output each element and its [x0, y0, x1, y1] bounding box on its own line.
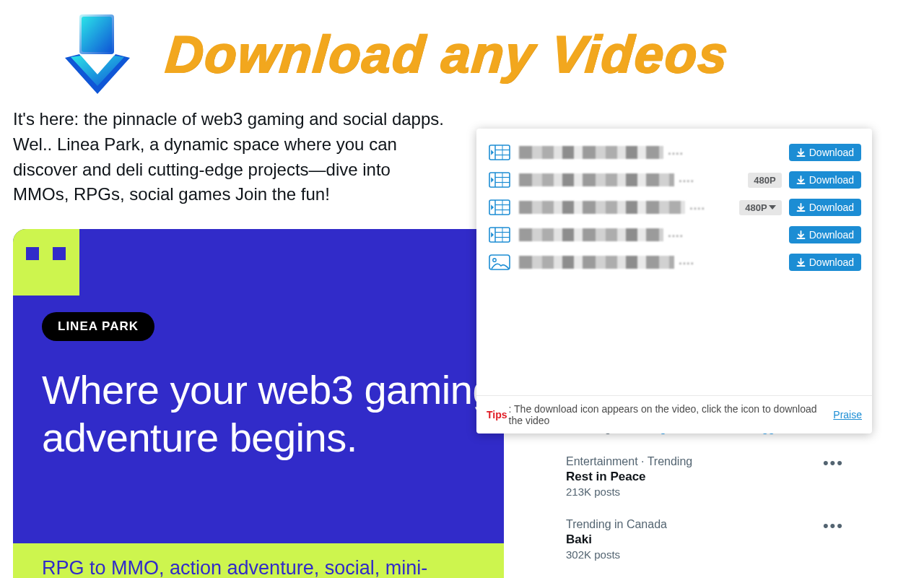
download-row: Download: [476, 139, 872, 166]
download-button[interactable]: Download: [789, 254, 861, 271]
trending-column: Trending with Dragon Ball, Chrono Trigge…: [554, 412, 854, 571]
video-icon: [487, 226, 512, 243]
svg-rect-1: [82, 17, 112, 52]
download-button-label: Download: [809, 174, 854, 186]
trend-item[interactable]: ••• Trending in Canada Baki 302K posts: [554, 508, 854, 571]
tips-label: Tips: [487, 409, 507, 420]
download-button[interactable]: Download: [789, 171, 861, 189]
trend-posts: 302K posts: [566, 548, 842, 561]
post-text: It's here: the pinnacle of web3 gaming a…: [13, 107, 446, 207]
tips-text: : The download icon appears on the video…: [509, 403, 834, 426]
download-row: Download: [476, 249, 872, 276]
app-header: Download any Videos: [0, 0, 924, 108]
more-icon[interactable]: •••: [820, 452, 847, 474]
trend-category: Entertainment · Trending: [566, 455, 842, 468]
download-icon: [796, 148, 806, 158]
download-button[interactable]: Download: [789, 226, 861, 243]
video-icon: [487, 144, 512, 161]
quality-badge: 480P: [748, 173, 781, 188]
download-button[interactable]: Download: [789, 199, 861, 216]
promo-sub-band: RPG to MMO, action adventure, social, mi…: [13, 543, 504, 578]
trend-category: Trending in Canada: [566, 518, 842, 531]
downloader-footer: Tips : The download icon appears on the …: [476, 395, 872, 434]
promo-badge: LINEA PARK: [42, 312, 154, 341]
image-icon: [487, 254, 512, 271]
trend-topic: Rest in Peace: [566, 470, 842, 484]
more-icon[interactable]: •••: [820, 515, 847, 537]
downloader-popup: Download480PDownload480PDownloadDownload…: [476, 129, 872, 434]
download-logo-icon: [58, 11, 137, 98]
download-icon: [796, 203, 806, 212]
download-item-title: [519, 199, 732, 215]
praise-link[interactable]: Praise: [833, 409, 862, 420]
download-item-title: [519, 254, 782, 270]
promo-card[interactable]: LINEA PARK Where your web3 gaming advent…: [13, 229, 504, 578]
download-item-title: [519, 144, 782, 160]
download-button-label: Download: [809, 229, 854, 241]
promo-headline: Where your web3 gaming adventure begins.: [42, 366, 504, 462]
trend-item[interactable]: ••• Entertainment · Trending Rest in Pea…: [554, 445, 854, 508]
download-button[interactable]: Download: [789, 144, 861, 161]
trend-posts: 213K posts: [566, 486, 842, 498]
download-item-title: [519, 227, 782, 243]
video-icon: [487, 199, 512, 216]
download-button-label: Download: [809, 147, 854, 158]
quality-dropdown[interactable]: 480P: [739, 200, 781, 215]
download-icon: [796, 258, 806, 267]
chevron-down-icon: [769, 205, 776, 210]
download-row: Download: [476, 221, 872, 249]
promo-subtext: RPG to MMO, action adventure, social, mi…: [42, 556, 475, 578]
download-icon: [796, 230, 806, 240]
banner-title: Download any Videos: [163, 25, 731, 84]
download-button-label: Download: [809, 256, 854, 268]
download-row: 480PDownload: [476, 194, 872, 221]
video-icon: [487, 171, 512, 189]
download-icon: [796, 176, 806, 185]
download-item-title: [519, 172, 741, 188]
download-button-label: Download: [809, 202, 854, 213]
trend-topic: Baki: [566, 532, 842, 547]
promo-corner-decoration: [13, 229, 79, 296]
download-row: 480PDownload: [476, 166, 872, 194]
